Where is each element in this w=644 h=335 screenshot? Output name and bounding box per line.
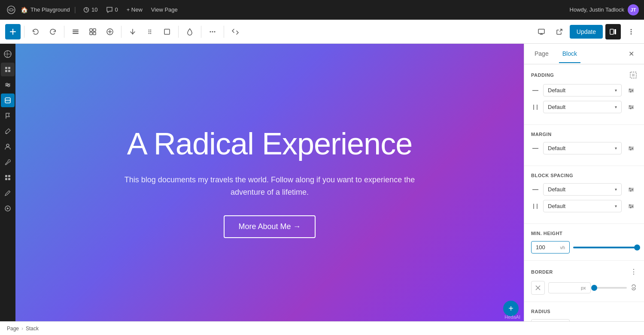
editor-view-button[interactable] xyxy=(605,24,621,39)
sidebar-wp-logo[interactable] xyxy=(1,47,15,61)
tab-page[interactable]: Page xyxy=(531,45,552,63)
svg-point-49 xyxy=(629,146,631,148)
sidebar-play[interactable] xyxy=(1,202,15,215)
sidebar-flag[interactable] xyxy=(1,109,15,123)
redo-button[interactable] xyxy=(45,24,61,39)
border-section: Border ⋮ px xyxy=(524,261,644,302)
square-button[interactable] xyxy=(159,24,175,39)
svg-rect-6 xyxy=(90,29,92,31)
padding-options-icon[interactable] xyxy=(629,71,637,79)
tab-block[interactable]: Block xyxy=(559,45,580,63)
min-height-input[interactable]: 100 vh xyxy=(531,241,570,254)
add-block-button[interactable] xyxy=(5,24,21,39)
howdy-text: Howdy, Justin Tadlock xyxy=(570,6,624,13)
main-area: A Radical Experience This blog documents… xyxy=(0,44,644,321)
border-color-swatch[interactable] xyxy=(531,281,545,295)
padding-v-adjust-icon[interactable] xyxy=(625,101,637,113)
block-spacing-label: BLOCK SPACING xyxy=(531,173,637,178)
block-spacing-vertical-select[interactable]: Default ▾ xyxy=(543,200,622,212)
canvas-add-block-button[interactable]: + xyxy=(503,301,519,316)
svg-point-31 xyxy=(8,85,9,87)
wp-logo-icon[interactable] xyxy=(5,4,17,16)
left-sidebar xyxy=(0,44,15,321)
drag-button[interactable] xyxy=(142,24,158,39)
sidebar-brush[interactable] xyxy=(1,124,15,138)
block-spacing-h-adjust-icon[interactable] xyxy=(625,184,637,196)
block-spacing-title-text: BLOCK SPACING xyxy=(531,173,573,178)
breadcrumb-stack[interactable]: Stack xyxy=(26,326,39,332)
margin-label: MARGIN xyxy=(531,132,637,137)
sidebar-close-button[interactable]: ✕ xyxy=(625,48,637,60)
svg-point-50 xyxy=(632,148,633,149)
sidebar-patterns[interactable] xyxy=(1,78,15,92)
svg-point-35 xyxy=(6,144,9,147)
margin-adjust-icon[interactable] xyxy=(625,142,637,154)
svg-point-12 xyxy=(150,29,151,30)
revision-button[interactable]: 10 xyxy=(80,5,100,15)
sidebar-media[interactable] xyxy=(1,94,15,107)
svg-point-30 xyxy=(6,83,8,85)
list-view-button[interactable] xyxy=(68,24,83,39)
view-page-button[interactable]: View Page xyxy=(149,5,180,15)
svg-point-48 xyxy=(630,108,632,109)
toolbar-separator-6 xyxy=(224,26,224,38)
comment-button[interactable]: 0 xyxy=(103,5,120,15)
margin-section: MARGIN Default ▾ xyxy=(524,125,644,166)
block-spacing-vertical-value: Default xyxy=(548,203,565,209)
block-spacing-v-adjust-icon[interactable] xyxy=(625,200,637,212)
border-width-input[interactable]: px xyxy=(548,282,591,293)
water-icon-button[interactable] xyxy=(182,24,197,39)
min-height-section: MIN. HEIGHT 100 vh xyxy=(524,224,644,261)
padding-section: PADDING Default ▾ xyxy=(524,64,644,125)
sidebar-pencil[interactable] xyxy=(1,186,15,200)
kebab-menu-button[interactable] xyxy=(623,24,639,39)
breadcrumb-page[interactable]: Page xyxy=(7,326,19,332)
block-spacing-horizontal-row: Default ▾ xyxy=(531,183,637,196)
cta-button[interactable]: More About Me → xyxy=(224,215,315,238)
padding-title-text: PADDING xyxy=(531,72,554,78)
margin-value: Default xyxy=(548,145,565,151)
sidebar-user[interactable] xyxy=(1,140,15,154)
svg-point-34 xyxy=(6,133,7,134)
toolbar-separator-5 xyxy=(201,26,201,38)
external-link-button[interactable] xyxy=(552,24,567,39)
min-height-title: MIN. HEIGHT xyxy=(531,231,637,236)
border-row: px xyxy=(531,281,637,295)
user-avatar[interactable]: JT xyxy=(628,4,639,15)
desktop-view-button[interactable] xyxy=(534,24,549,39)
padding-h-adjust-icon[interactable] xyxy=(625,85,637,97)
border-slider[interactable] xyxy=(594,287,627,289)
chevron-down-icon-5: ▾ xyxy=(615,204,617,208)
toggle-button[interactable] xyxy=(102,24,118,39)
sidebar-tools[interactable] xyxy=(1,155,15,169)
hero-content: A Radical Experience This blog documents… xyxy=(98,110,441,256)
min-height-slider[interactable] xyxy=(573,247,637,248)
more-options-button[interactable] xyxy=(205,24,220,39)
update-button[interactable]: Update xyxy=(570,25,603,39)
block-spacing-horizontal-select[interactable]: Default ▾ xyxy=(543,183,622,196)
collapse-button[interactable] xyxy=(228,24,243,39)
border-link-icon[interactable] xyxy=(630,284,637,292)
svg-rect-22 xyxy=(610,29,614,34)
sidebar-dashboard[interactable] xyxy=(1,63,15,76)
margin-select[interactable]: Default ▾ xyxy=(543,142,622,154)
border-options-button[interactable]: ⋮ xyxy=(630,268,637,276)
undo-button[interactable] xyxy=(28,24,43,39)
new-button[interactable]: + New xyxy=(124,5,145,15)
chevron-down-icon: ▾ xyxy=(615,88,617,93)
svg-rect-17 xyxy=(164,29,170,34)
svg-rect-37 xyxy=(8,175,10,177)
watermark: HedaAI xyxy=(504,314,520,320)
svg-rect-23 xyxy=(614,29,616,34)
svg-point-25 xyxy=(631,31,632,32)
svg-point-47 xyxy=(632,106,633,108)
block-tree-button[interactable] xyxy=(85,24,100,39)
padding-horizontal-select[interactable]: Default ▾ xyxy=(543,84,622,97)
svg-point-15 xyxy=(149,33,149,33)
site-name[interactable]: 🏠 The Playground xyxy=(21,6,70,13)
padding-vertical-select[interactable]: Default ▾ xyxy=(543,101,622,113)
insert-button[interactable] xyxy=(125,24,140,39)
svg-point-16 xyxy=(150,33,151,33)
page-canvas[interactable]: A Radical Experience This blog documents… xyxy=(15,44,524,321)
sidebar-grid[interactable] xyxy=(1,171,15,184)
